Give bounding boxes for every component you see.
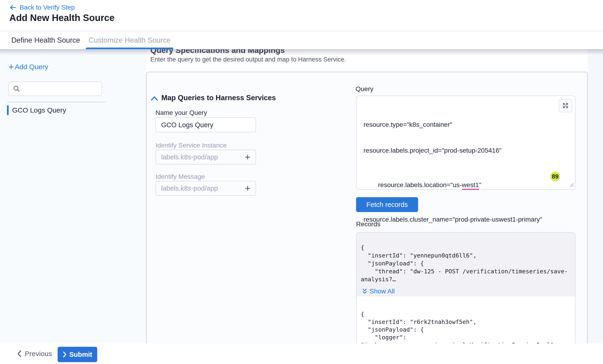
query-name-input[interactable] xyxy=(156,117,256,132)
previous-label: Previous xyxy=(25,350,52,358)
page-title: Add New Health Source xyxy=(9,12,115,23)
footer-bar: Previous Submit xyxy=(0,343,603,364)
plus-icon: + xyxy=(8,63,14,70)
add-query-label: Add Query xyxy=(15,63,48,71)
message-input[interactable] xyxy=(156,181,256,196)
show-all-label: Show All xyxy=(370,288,394,295)
map-queries-section-title: Map Queries to Harness Services xyxy=(161,94,276,102)
character-count-badge: 89 xyxy=(550,171,560,181)
query-search-box xyxy=(8,81,102,96)
back-link-label: Back to Verify Step xyxy=(20,4,75,11)
query-search-input[interactable] xyxy=(23,85,97,92)
section-subtitle: Enter the query to get the desired outpu… xyxy=(151,56,346,63)
spellcheck-underline: west1 xyxy=(462,181,479,190)
identify-message-label: Identify Message xyxy=(156,173,205,180)
records-label: Records xyxy=(356,220,380,228)
name-your-query-label: Name your Query xyxy=(156,109,207,116)
double-chevron-down-icon xyxy=(362,288,368,295)
query-line: resource.labels.location="us-west1" xyxy=(363,172,564,198)
search-icon xyxy=(13,85,20,92)
add-query-button[interactable]: + Add Query xyxy=(8,63,48,71)
record-card: { "insertId": "yennepun0qtd6ll6", "jsonP… xyxy=(357,233,575,296)
record-json: { "insertId": "r6rk2tnah3owf5eh", "jsonP… xyxy=(361,310,554,349)
add-health-source-drawer: Back to Verify Step Add New Health Sourc… xyxy=(0,0,603,364)
health-source-tabbar: Define Health Source Customize Health So… xyxy=(0,31,603,49)
query-editor[interactable]: resource.type="k8s_container" resource.l… xyxy=(356,96,576,190)
query-line: resource.labels.cluster_name="prod-priva… xyxy=(363,215,564,224)
tab-customize-health-source[interactable]: Customize Health Source xyxy=(86,31,173,49)
previous-button[interactable]: Previous xyxy=(17,348,52,360)
back-to-verify-step-link[interactable]: Back to Verify Step xyxy=(9,4,75,11)
header-divider xyxy=(0,31,603,31)
query-item-label: GCO Logs Query xyxy=(12,106,66,114)
submit-label: Submit xyxy=(69,351,92,358)
record-json: { "insertId": "yennepun0qtd6ll6", "jsonP… xyxy=(361,244,568,283)
query-label: Query xyxy=(356,85,373,93)
submit-button[interactable]: Submit xyxy=(58,347,97,362)
fetch-records-button[interactable]: Fetch records xyxy=(356,197,418,212)
service-instance-plus-icon[interactable]: + xyxy=(243,150,253,165)
chevron-right-icon xyxy=(63,352,67,357)
query-line: resource.type="k8s_container" xyxy=(363,120,564,129)
sidebar-item-gco-logs-query[interactable]: GCO Logs Query xyxy=(7,105,66,115)
active-tab-underline xyxy=(86,47,173,49)
tab-define-health-source[interactable]: Define Health Source xyxy=(9,31,82,49)
query-line: resource.labels.project_id="prod-setup-2… xyxy=(363,146,564,155)
back-arrow-icon xyxy=(9,4,16,11)
service-instance-input[interactable] xyxy=(156,150,256,165)
chevron-up-icon[interactable] xyxy=(151,96,158,102)
resize-handle[interactable] xyxy=(569,183,574,188)
expand-icon xyxy=(562,102,569,109)
query-sidebar: + Add Query GCO Logs Query xyxy=(0,49,146,343)
expand-query-button[interactable] xyxy=(559,99,572,112)
sidebar-divider xyxy=(7,102,106,102)
message-plus-icon[interactable]: + xyxy=(243,181,253,196)
right-background-strip xyxy=(588,49,603,343)
show-all-link[interactable]: Show All xyxy=(362,288,394,295)
chevron-left-icon xyxy=(17,350,22,357)
selected-indicator-bar xyxy=(7,105,9,115)
identify-service-instance-label: Identify Service Instance xyxy=(156,142,227,149)
